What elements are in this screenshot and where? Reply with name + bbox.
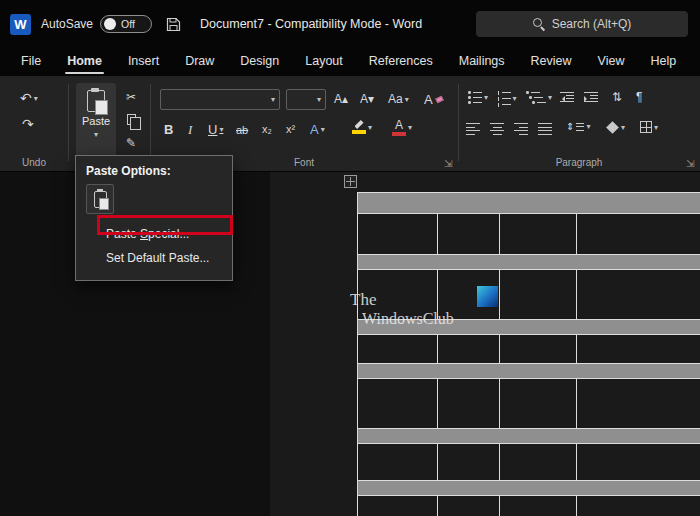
keep-source-formatting-button[interactable] <box>86 184 114 214</box>
table-row[interactable] <box>358 335 700 364</box>
search-input[interactable]: Search (Alt+Q) <box>476 11 688 37</box>
title-bar: W AutoSave Off Document7 - Compatibility… <box>0 0 700 48</box>
table-row[interactable] <box>358 379 700 429</box>
font-name-select[interactable]: ▾ <box>160 89 280 110</box>
bullets-button[interactable]: ▾ <box>468 91 488 104</box>
chevron-down-icon: ▾ <box>654 123 658 132</box>
table-move-handle-icon[interactable] <box>344 175 357 188</box>
increase-indent-button[interactable] <box>584 92 598 102</box>
tab-design[interactable]: Design <box>227 48 292 76</box>
table-row[interactable] <box>358 364 700 379</box>
table-cell[interactable] <box>500 270 578 319</box>
italic-button[interactable]: I <box>188 122 192 138</box>
table-row[interactable] <box>358 444 700 481</box>
superscript-button[interactable]: x² <box>286 123 295 135</box>
table-row[interactable] <box>358 193 700 214</box>
document-table[interactable] <box>357 192 700 516</box>
text-effects-button[interactable]: A ▾ <box>310 122 325 137</box>
shading-button[interactable]: ▾ <box>606 122 625 133</box>
undo-button[interactable]: ↶ ▾ <box>20 90 38 106</box>
table-cell[interactable] <box>577 270 700 319</box>
table-cell[interactable] <box>577 496 700 516</box>
table-cell[interactable] <box>358 214 438 254</box>
table-cell[interactable] <box>577 444 700 480</box>
text-highlight-button[interactable]: ▾ <box>352 120 372 134</box>
table-cell[interactable] <box>500 444 578 480</box>
font-color-button[interactable]: A ▾ <box>392 119 412 136</box>
menu-item-paste-special[interactable]: Paste Special... <box>76 222 232 246</box>
table-row[interactable] <box>358 496 700 516</box>
numbering-button[interactable]: ▾ <box>498 91 517 107</box>
subscript-button[interactable]: x₂ <box>262 123 272 135</box>
tab-layout[interactable]: Layout <box>292 48 356 76</box>
shading-icon <box>606 121 619 134</box>
table-row[interactable] <box>358 255 700 270</box>
bold-button[interactable]: B <box>164 122 173 137</box>
sort-button[interactable]: ⇅ <box>612 90 622 104</box>
table-cell[interactable] <box>358 496 438 516</box>
strikethrough-button[interactable]: ab <box>236 124 248 136</box>
table-cell[interactable] <box>438 496 500 516</box>
table-cell[interactable] <box>577 335 700 363</box>
copy-button[interactable] <box>127 114 136 125</box>
table-cell[interactable] <box>577 214 700 254</box>
table-row[interactable] <box>358 481 700 496</box>
show-formatting-button[interactable]: ¶ <box>636 90 642 104</box>
undo-icon: ↶ <box>20 90 32 106</box>
tab-references[interactable]: References <box>356 48 446 76</box>
cut-button[interactable]: ✂ <box>126 90 136 104</box>
format-painter-button[interactable]: ✎ <box>126 136 136 150</box>
tab-help[interactable]: Help <box>637 48 689 76</box>
tab-draw[interactable]: Draw <box>172 48 227 76</box>
table-cell[interactable] <box>438 335 500 363</box>
font-dialog-launcher[interactable]: ⇲ <box>444 158 452 169</box>
justify-icon <box>538 123 552 135</box>
search-icon <box>533 18 545 30</box>
tab-review[interactable]: Review <box>518 48 585 76</box>
paste-button[interactable]: Paste ▾ <box>76 83 116 163</box>
table-cell[interactable] <box>438 379 500 428</box>
table-cell[interactable] <box>500 335 578 363</box>
align-left-button[interactable] <box>466 123 480 135</box>
tab-home[interactable]: Home <box>54 48 115 76</box>
save-button[interactable] <box>162 13 184 35</box>
table-cell[interactable] <box>358 379 438 428</box>
table-row[interactable] <box>358 214 700 255</box>
table-cell[interactable] <box>358 444 438 480</box>
paragraph-dialog-launcher[interactable]: ⇲ <box>686 158 694 169</box>
table-cell[interactable] <box>358 335 438 363</box>
multilevel-list-button[interactable]: ▾ <box>526 91 552 104</box>
borders-button[interactable]: ▾ <box>640 121 658 133</box>
grow-font-button[interactable]: A▴ <box>334 92 348 106</box>
table-cell[interactable] <box>500 379 578 428</box>
chevron-down-icon: ▾ <box>219 125 223 134</box>
table-row[interactable] <box>358 429 700 444</box>
tab-file[interactable]: File <box>8 48 54 76</box>
autosave-toggle[interactable]: Off <box>100 15 152 33</box>
decrease-indent-button[interactable] <box>560 92 574 102</box>
table-cell[interactable] <box>500 214 578 254</box>
paragraph-group-label: Paragraph <box>458 157 700 168</box>
menu-item-set-default-paste[interactable]: Set Default Paste... <box>76 246 232 270</box>
justify-button[interactable] <box>538 123 552 135</box>
table-cell[interactable] <box>500 496 578 516</box>
redo-button[interactable]: ↷ <box>22 116 34 132</box>
change-case-button[interactable]: Aa ▾ <box>388 92 409 106</box>
clear-formatting-button[interactable]: A <box>424 92 443 107</box>
align-right-button[interactable] <box>514 123 528 135</box>
watermark: The WindowsClub <box>340 290 454 328</box>
underline-button[interactable]: U ▾ <box>208 122 223 137</box>
table-cell[interactable] <box>438 214 500 254</box>
shrink-font-icon: A▾ <box>360 92 374 106</box>
table-cell[interactable] <box>577 379 700 428</box>
tab-view[interactable]: View <box>585 48 638 76</box>
tab-mailings[interactable]: Mailings <box>446 48 518 76</box>
shrink-font-button[interactable]: A▾ <box>360 92 374 106</box>
align-center-button[interactable] <box>490 123 504 135</box>
paste-options-row <box>76 182 232 222</box>
subscript-icon: x₂ <box>262 123 272 135</box>
tab-insert[interactable]: Insert <box>115 48 172 76</box>
font-size-select[interactable]: ▾ <box>286 89 326 110</box>
line-spacing-button[interactable]: ⇕ ▾ <box>566 121 590 132</box>
table-cell[interactable] <box>438 444 500 480</box>
